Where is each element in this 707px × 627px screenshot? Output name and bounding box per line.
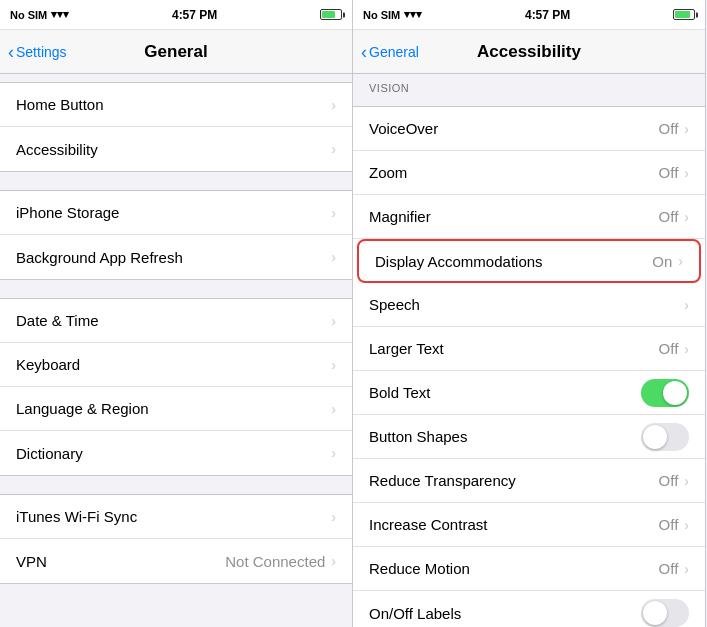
row-larger-text[interactable]: Larger Text Off › xyxy=(353,327,705,371)
row-zoom[interactable]: Zoom Off › xyxy=(353,151,705,195)
group-1-left: Home Button › Accessibility › xyxy=(0,82,352,172)
label-reduce-motion: Reduce Motion xyxy=(369,560,659,577)
row-iphone-storage[interactable]: iPhone Storage › xyxy=(0,191,352,235)
row-vpn[interactable]: VPN Not Connected › xyxy=(0,539,352,583)
label-itunes-wifi-sync: iTunes Wi-Fi Sync xyxy=(16,508,331,525)
toggle-button-shapes[interactable] xyxy=(641,423,689,451)
label-voiceover: VoiceOver xyxy=(369,120,659,137)
group-2-left: iPhone Storage › Background App Refresh … xyxy=(0,190,352,280)
group-vision: VoiceOver Off › Zoom Off › Magnifier Off… xyxy=(353,106,705,627)
toggle-knob-button-shapes xyxy=(643,425,667,449)
label-magnifier: Magnifier xyxy=(369,208,659,225)
label-zoom: Zoom xyxy=(369,164,659,181)
chevron-accessibility: › xyxy=(331,141,336,157)
nav-title-right: Accessibility xyxy=(477,42,581,62)
label-onoff-labels: On/Off Labels xyxy=(369,605,641,622)
battery-fill-right xyxy=(675,11,690,18)
label-home-button: Home Button xyxy=(16,96,331,113)
row-display-accommodations[interactable]: Display Accommodations On › xyxy=(357,239,701,283)
value-increase-contrast: Off xyxy=(659,516,679,533)
back-chevron-right: ‹ xyxy=(361,43,367,61)
status-bar-left: No SIM ▾▾▾ 4:57 PM xyxy=(0,0,352,30)
chevron-home-button: › xyxy=(331,97,336,113)
value-magnifier: Off xyxy=(659,208,679,225)
row-language-region[interactable]: Language & Region › xyxy=(0,387,352,431)
chevron-reduce-motion: › xyxy=(684,561,689,577)
label-display-accommodations: Display Accommodations xyxy=(375,253,652,270)
label-language-region: Language & Region xyxy=(16,400,331,417)
row-itunes-wifi-sync[interactable]: iTunes Wi-Fi Sync › xyxy=(0,495,352,539)
label-vpn: VPN xyxy=(16,553,225,570)
back-button-right[interactable]: ‹ General xyxy=(361,43,419,61)
row-onoff-labels: On/Off Labels xyxy=(353,591,705,627)
nav-bar-left: ‹ Settings General xyxy=(0,30,352,74)
back-chevron-left: ‹ xyxy=(8,43,14,61)
value-voiceover: Off xyxy=(659,120,679,137)
label-background-app-refresh: Background App Refresh xyxy=(16,249,331,266)
label-speech: Speech xyxy=(369,296,684,313)
row-dictionary[interactable]: Dictionary › xyxy=(0,431,352,475)
status-left: No SIM ▾▾▾ xyxy=(10,8,69,21)
chevron-vpn: › xyxy=(331,553,336,569)
chevron-iphone-storage: › xyxy=(331,205,336,221)
row-reduce-transparency[interactable]: Reduce Transparency Off › xyxy=(353,459,705,503)
label-iphone-storage: iPhone Storage xyxy=(16,204,331,221)
value-reduce-motion: Off xyxy=(659,560,679,577)
toggle-onoff-labels[interactable] xyxy=(641,599,689,627)
label-dictionary: Dictionary xyxy=(16,445,331,462)
row-voiceover[interactable]: VoiceOver Off › xyxy=(353,107,705,151)
nav-title-left: General xyxy=(144,42,207,62)
value-vpn: Not Connected xyxy=(225,553,325,570)
row-increase-contrast[interactable]: Increase Contrast Off › xyxy=(353,503,705,547)
carrier-left: No SIM xyxy=(10,9,47,21)
row-background-app-refresh[interactable]: Background App Refresh › xyxy=(0,235,352,279)
chevron-zoom: › xyxy=(684,165,689,181)
wifi-icon-right: ▾▾▾ xyxy=(404,8,422,21)
value-display-accommodations: On xyxy=(652,253,672,270)
chevron-display-accommodations: › xyxy=(678,253,683,269)
label-button-shapes: Button Shapes xyxy=(369,428,641,445)
row-home-button[interactable]: Home Button › xyxy=(0,83,352,127)
row-speech[interactable]: Speech › xyxy=(353,283,705,327)
row-accessibility[interactable]: Accessibility › xyxy=(0,127,352,171)
status-bar-right: No SIM ▾▾▾ 4:57 PM xyxy=(353,0,705,30)
settings-list-left: Home Button › Accessibility › iPhone Sto… xyxy=(0,74,352,627)
label-accessibility: Accessibility xyxy=(16,141,331,158)
row-bold-text: Bold Text xyxy=(353,371,705,415)
back-label-left: Settings xyxy=(16,44,67,60)
value-reduce-transparency: Off xyxy=(659,472,679,489)
status-right-left xyxy=(320,9,342,20)
row-magnifier[interactable]: Magnifier Off › xyxy=(353,195,705,239)
toggle-bold-text[interactable] xyxy=(641,379,689,407)
row-keyboard[interactable]: Keyboard › xyxy=(0,343,352,387)
label-date-time: Date & Time xyxy=(16,312,331,329)
chevron-magnifier: › xyxy=(684,209,689,225)
chevron-voiceover: › xyxy=(684,121,689,137)
row-reduce-motion[interactable]: Reduce Motion Off › xyxy=(353,547,705,591)
chevron-reduce-transparency: › xyxy=(684,473,689,489)
settings-list-right: Vision VoiceOver Off › Zoom Off › Magnif… xyxy=(353,74,705,627)
chevron-dictionary: › xyxy=(331,445,336,461)
back-label-right: General xyxy=(369,44,419,60)
right-panel: No SIM ▾▾▾ 4:57 PM ‹ General Accessibili… xyxy=(353,0,706,627)
group-4-left: iTunes Wi-Fi Sync › VPN Not Connected › xyxy=(0,494,352,584)
group-3-left: Date & Time › Keyboard › Language & Regi… xyxy=(0,298,352,476)
label-increase-contrast: Increase Contrast xyxy=(369,516,659,533)
chevron-keyboard: › xyxy=(331,357,336,373)
chevron-background-app-refresh: › xyxy=(331,249,336,265)
chevron-larger-text: › xyxy=(684,341,689,357)
toggle-knob-onoff-labels xyxy=(643,601,667,625)
time-right: 4:57 PM xyxy=(525,8,570,22)
chevron-language-region: › xyxy=(331,401,336,417)
battery-icon-left xyxy=(320,9,342,20)
section-vision-header: Vision xyxy=(353,74,705,106)
chevron-increase-contrast: › xyxy=(684,517,689,533)
chevron-itunes-wifi-sync: › xyxy=(331,509,336,525)
row-date-time[interactable]: Date & Time › xyxy=(0,299,352,343)
label-larger-text: Larger Text xyxy=(369,340,659,357)
nav-bar-right: ‹ General Accessibility xyxy=(353,30,705,74)
back-button-left[interactable]: ‹ Settings xyxy=(8,43,67,61)
time-left: 4:57 PM xyxy=(172,8,217,22)
carrier-right: No SIM xyxy=(363,9,400,21)
left-panel: No SIM ▾▾▾ 4:57 PM ‹ Settings General Ho… xyxy=(0,0,353,627)
